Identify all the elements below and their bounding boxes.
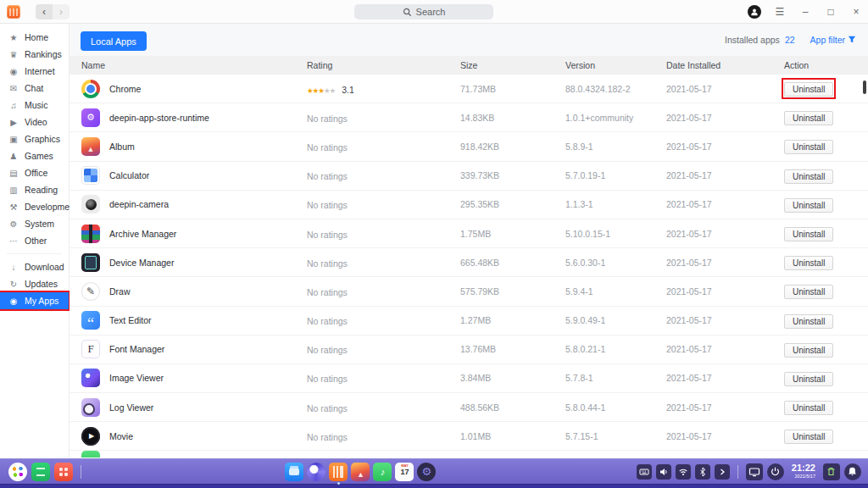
keyboard-tray-icon[interactable] xyxy=(637,464,652,480)
app-store-dock-icon[interactable] xyxy=(329,463,348,481)
uninstall-button[interactable]: Uninstall xyxy=(784,169,833,184)
column-header-size[interactable]: Size xyxy=(460,60,565,70)
table-row[interactable]: Device Manager No ratings 665.48KB 5.6.0… xyxy=(70,248,868,277)
sidebar-item-rankings[interactable]: ♛ Rankings xyxy=(0,46,69,63)
app-version: 1.1.3-1 xyxy=(565,199,666,209)
close-button[interactable]: × xyxy=(849,6,863,18)
table-row[interactable]: Calculator No ratings 339.73KB 5.7.0.19-… xyxy=(70,162,868,191)
browser-dock-icon[interactable] xyxy=(307,463,326,481)
back-button[interactable]: ‹ xyxy=(36,4,53,19)
app-size: 665.48KB xyxy=(460,258,565,268)
sidebar-item-other[interactable]: ⋯ Other xyxy=(0,232,69,249)
app-icon xyxy=(81,311,100,330)
calendar-dock-icon[interactable]: MAY 17 xyxy=(395,463,414,481)
column-header-date-installed[interactable]: Date Installed xyxy=(666,60,784,70)
sidebar-item-games[interactable]: ♟ Games xyxy=(0,147,69,164)
uninstall-button[interactable]: Uninstall xyxy=(784,198,833,213)
search-placeholder: Search xyxy=(416,7,446,17)
filter-funnel-icon xyxy=(848,36,856,44)
uninstall-button[interactable]: Uninstall xyxy=(784,227,833,241)
multitasking-dock-icon[interactable] xyxy=(54,463,73,481)
display-tray-icon[interactable] xyxy=(746,463,763,480)
sidebar-item-development[interactable]: ⚒ Development xyxy=(0,198,69,215)
wifi-tray-icon[interactable] xyxy=(676,464,691,480)
maximize-button[interactable]: □ xyxy=(824,6,837,18)
table-row[interactable]: Chrome ★★★★★3.1 71.73MB 88.0.4324.182-2 … xyxy=(70,75,868,103)
table-row[interactable]: Draw No ratings 575.79KB 5.9.4-1 2021-05… xyxy=(70,277,868,306)
app-store-window: ‹ › Search ☰ – □ × ★ Home ♛ Rankings ◉ I… xyxy=(0,0,868,488)
search-input[interactable]: Search xyxy=(354,4,493,19)
uninstall-button[interactable]: Uninstall xyxy=(784,430,833,444)
uninstall-button[interactable]: Uninstall xyxy=(784,140,833,154)
category-icon: ↓ xyxy=(8,263,19,272)
uninstall-button[interactable]: Uninstall xyxy=(784,111,833,125)
app-version: 5.6.0.30-1 xyxy=(565,258,666,268)
music-dock-icon[interactable] xyxy=(373,463,392,481)
sidebar-item-download[interactable]: ↓ Download xyxy=(0,258,69,275)
terminal-dock-icon[interactable] xyxy=(31,463,50,481)
clock-date: 2021/5/17 xyxy=(792,474,815,480)
table-row[interactable]: deepin-camera No ratings 295.35KB 1.1.3-… xyxy=(70,191,868,219)
scrollbar-thumb[interactable] xyxy=(863,80,866,94)
uninstall-button[interactable]: Uninstall xyxy=(784,343,833,358)
column-header-name[interactable]: Name xyxy=(81,60,307,70)
main-content: Local Apps Installed apps 22 App filter … xyxy=(70,24,868,458)
file-manager-dock-icon[interactable] xyxy=(285,463,303,481)
table-row[interactable]: Album No ratings 918.42KB 5.8.9-1 2021-0… xyxy=(70,132,868,161)
table-row[interactable]: Log Viewer No ratings 488.56KB 5.8.0.44-… xyxy=(70,393,868,422)
rating-value: No ratings xyxy=(307,316,348,326)
uninstall-button[interactable]: Uninstall xyxy=(784,256,833,270)
search-icon xyxy=(403,8,412,17)
volume-tray-icon[interactable] xyxy=(656,464,671,480)
minimize-button[interactable]: – xyxy=(798,6,812,18)
sidebar-item-my-apps[interactable]: ◉ My Apps xyxy=(0,292,69,309)
table-row[interactable]: Archive Manager No ratings 1.75MB 5.10.0… xyxy=(70,219,868,248)
app-icon xyxy=(81,225,100,243)
app-name: deepin-app-store-runtime xyxy=(109,113,209,123)
dock-clock[interactable]: 21:22 2021/5/17 xyxy=(792,463,815,480)
table-row[interactable]: Text Editor No ratings 1.27MB 5.9.0.49-1… xyxy=(70,307,868,336)
table-row[interactable]: deepin-app-store-runtime No ratings 14.8… xyxy=(70,103,868,132)
uninstall-button[interactable]: Uninstall xyxy=(784,401,833,415)
sidebar-item-internet[interactable]: ◉ Internet xyxy=(0,63,69,80)
uninstall-button[interactable]: Uninstall xyxy=(784,314,833,329)
user-avatar[interactable] xyxy=(748,5,761,19)
app-filter-button[interactable]: App filter xyxy=(810,35,856,45)
bluetooth-tray-icon[interactable] xyxy=(695,464,710,480)
table-row[interactable]: Font Manager No ratings 13.76MB 5.8.0.21… xyxy=(70,336,868,364)
uninstall-button[interactable]: Uninstall xyxy=(784,372,833,386)
table-row[interactable]: Movie No ratings 1.01MB 5.7.15-1 2021-05… xyxy=(70,422,868,451)
menu-button[interactable]: ☰ xyxy=(773,6,787,18)
uninstall-button[interactable]: Uninstall xyxy=(784,82,833,97)
sidebar-item-office[interactable]: ▤ Office xyxy=(0,164,69,181)
album-dock-icon[interactable] xyxy=(351,463,370,481)
column-header-version[interactable]: Version xyxy=(565,60,666,70)
app-date-installed: 2021-05-17 xyxy=(666,84,784,94)
sidebar-item-video[interactable]: ▶ Video xyxy=(0,114,69,130)
app-icon xyxy=(81,398,100,417)
launcher-dock-icon[interactable] xyxy=(8,463,27,481)
local-apps-tab[interactable]: Local Apps xyxy=(81,31,147,51)
sidebar-item-reading[interactable]: ▥ Reading xyxy=(0,181,69,198)
app-size: 295.35KB xyxy=(460,199,565,209)
trash-tray-icon[interactable] xyxy=(823,463,840,480)
sidebar-item-graphics[interactable]: ▣ Graphics xyxy=(0,130,69,147)
sidebar-item-chat[interactable]: ✉ Chat xyxy=(0,80,69,97)
forward-button[interactable]: › xyxy=(53,4,70,19)
tray-expand-icon[interactable] xyxy=(715,464,730,480)
control-center-dock-icon[interactable] xyxy=(417,463,436,481)
power-tray-icon[interactable] xyxy=(767,463,784,480)
uninstall-button-wrap: Uninstall xyxy=(784,80,833,97)
category-icon: ✉ xyxy=(8,84,19,93)
calendar-day-label: 17 xyxy=(395,468,414,476)
column-header-action[interactable]: Action xyxy=(784,60,868,70)
sidebar-item-updates[interactable]: ↻ Updates xyxy=(0,275,69,292)
sidebar-item-music[interactable]: ♫ Music xyxy=(0,97,69,114)
uninstall-button[interactable]: Uninstall xyxy=(784,285,833,299)
column-header-rating[interactable]: Rating xyxy=(307,60,460,70)
sidebar-item-system[interactable]: ⚙ System xyxy=(0,215,69,232)
partial-table-row xyxy=(70,451,868,458)
sidebar-item-home[interactable]: ★ Home xyxy=(0,29,69,46)
table-row[interactable]: Image Viewer No ratings 3.84MB 5.7.8-1 2… xyxy=(70,364,868,393)
notifications-tray-icon[interactable] xyxy=(844,463,861,480)
